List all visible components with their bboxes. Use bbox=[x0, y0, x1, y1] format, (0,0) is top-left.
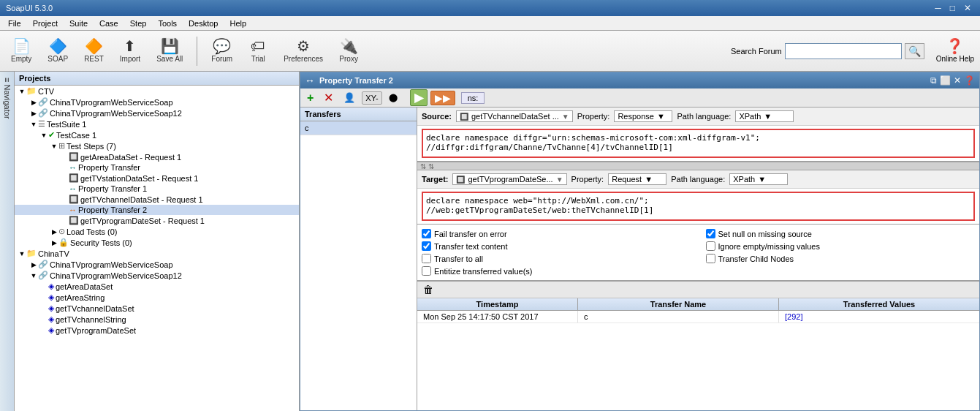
pt-copy-button[interactable]: 👤 bbox=[340, 90, 359, 105]
target-path-lang-label: Path language: bbox=[671, 175, 725, 184]
search-input[interactable] bbox=[785, 43, 902, 59]
cb-entitize[interactable] bbox=[422, 266, 431, 276]
tree-item-teststeps[interactable]: ▼ ⊞ Test Steps (7) bbox=[15, 140, 299, 151]
load-tests-expander[interactable]: ▶ bbox=[50, 228, 58, 235]
soap-button[interactable]: 🔷 SOAP bbox=[42, 37, 73, 65]
pt-help-button[interactable]: ❓ bbox=[964, 75, 975, 86]
testsuite1-expander[interactable]: ▼ bbox=[29, 121, 38, 128]
security-tests-expander[interactable]: ▶ bbox=[50, 239, 58, 246]
window-controls: ─ □ ✕ bbox=[932, 3, 974, 13]
ctv-expander[interactable]: ▼ bbox=[18, 88, 26, 95]
menu-help[interactable]: Help bbox=[224, 17, 251, 30]
pt-add-button[interactable]: + bbox=[303, 89, 317, 107]
tree-item-prop-transfer[interactable]: ↔ Property Transfer bbox=[15, 162, 299, 173]
chinatv-soap-expander[interactable]: ▶ bbox=[29, 99, 38, 106]
chinatv2-expander[interactable]: ▼ bbox=[18, 250, 26, 257]
tree-item-testsuite1[interactable]: ▼ ☰ TestSuite 1 bbox=[15, 118, 299, 129]
rest-button[interactable]: 🔶 REST bbox=[79, 37, 109, 65]
transfer-item-c[interactable]: c bbox=[300, 121, 417, 135]
cb-set-null[interactable] bbox=[706, 229, 715, 238]
source-path-value: XPath bbox=[739, 112, 761, 121]
minimize-button[interactable]: ─ bbox=[932, 3, 944, 13]
navigator-tab[interactable]: ≡ Navigator bbox=[0, 72, 15, 411]
tree-item-getareadataset[interactable]: ◈ getAreaDataSet bbox=[15, 281, 299, 292]
tree-item-gettvprogramdateset[interactable]: ◈ getTVprogramDateSet bbox=[15, 325, 299, 336]
cb-transfer-child[interactable] bbox=[706, 254, 715, 263]
menu-case[interactable]: Case bbox=[94, 17, 124, 30]
tree-item-chinatv2-soap12[interactable]: ▼ 🔗 ChinaTVprogramWebServiceSoap12 bbox=[15, 270, 299, 281]
tree-item-chinatv2[interactable]: ▼ 📁 ChinaTV bbox=[15, 248, 299, 259]
target-property-select[interactable]: Request ▼ bbox=[608, 173, 666, 185]
proxy-button[interactable]: 🔌 Proxy bbox=[334, 37, 363, 65]
tree-item-gettvprogram-req1[interactable]: 🔲 getTVprogramDateSet - Request 1 bbox=[15, 215, 299, 226]
preferences-button[interactable]: ⚙ Preferences bbox=[278, 37, 328, 65]
pt-stop-button[interactable]: ▶▶ bbox=[430, 91, 455, 105]
source-select[interactable]: 🔲 getTVchannelDataSet ... ▼ bbox=[456, 110, 573, 122]
pt-title-text: Property Transfer 2 bbox=[319, 76, 393, 85]
tree-item-getchannel-req1[interactable]: 🔲 getTVchannelDataSet - Request 1 bbox=[15, 194, 299, 205]
empty-button[interactable]: 📄 Empty bbox=[6, 37, 37, 65]
tree-item-getarea-req1[interactable]: 🔲 getAreaDataSet - Request 1 bbox=[15, 151, 299, 162]
source-dropdown-arrow: ▼ bbox=[562, 113, 569, 121]
tree-item-security-tests[interactable]: ▶ 🔒 Security Tests (0) bbox=[15, 237, 299, 248]
tree-item-getareastring[interactable]: ◈ getAreaString bbox=[15, 292, 299, 303]
search-label: Search Forum bbox=[731, 47, 782, 56]
chinatv2-soap12-expander[interactable]: ▼ bbox=[29, 272, 38, 279]
getarea-icon: 🔲 bbox=[69, 152, 79, 162]
log-clear-button[interactable]: 🗑 bbox=[420, 283, 436, 296]
cb-transfer-to-all[interactable] bbox=[422, 254, 431, 263]
source-code-area[interactable]: declare namespace diffgr="urn:schemas-mi… bbox=[422, 129, 975, 158]
target-select[interactable]: 🔲 getTVprogramDateSe... ▼ bbox=[452, 173, 566, 185]
teststeps-expander[interactable]: ▼ bbox=[50, 143, 58, 150]
tree-item-chinatv-soap[interactable]: ▶ 🔗 ChinaTVprogramWebServiceSoap bbox=[15, 97, 299, 108]
menu-desktop[interactable]: Desktop bbox=[183, 17, 223, 30]
cb-fail-transfer[interactable] bbox=[422, 229, 431, 238]
menu-step[interactable]: Step bbox=[125, 17, 152, 30]
pt-close-button[interactable]: ✕ bbox=[954, 75, 961, 86]
source-path-select[interactable]: XPath ▼ bbox=[735, 110, 794, 122]
config-panel: Source: 🔲 getTVchannelDataSet ... ▼ Prop… bbox=[417, 108, 979, 410]
tree-item-prop-transfer2[interactable]: ↔ Property Transfer 2 bbox=[15, 205, 299, 215]
tree-item-load-tests[interactable]: ▶ ⊙ Load Tests (0) bbox=[15, 226, 299, 237]
online-help-button[interactable]: ❓ Online Help bbox=[936, 39, 974, 63]
search-button[interactable]: 🔍 bbox=[905, 43, 924, 59]
pt-run-button[interactable]: ▶ bbox=[410, 89, 428, 106]
log-cell-values-0[interactable]: [292] bbox=[779, 311, 979, 323]
menu-project[interactable]: Project bbox=[28, 17, 63, 30]
cb-transfer-text[interactable] bbox=[422, 241, 431, 251]
cb-ignore-empty[interactable] bbox=[706, 241, 715, 251]
tree-item-testcase1[interactable]: ▼ ✔ TestCase 1 bbox=[15, 129, 299, 140]
tree-item-chinatv2-soap[interactable]: ▶ 🔗 ChinaTVprogramWebServiceSoap bbox=[15, 259, 299, 270]
target-code-area[interactable]: declare namespace web="http://WebXml.com… bbox=[422, 192, 975, 221]
source-property-select[interactable]: Response ▼ bbox=[614, 110, 672, 122]
pt-xy-button[interactable]: XY- bbox=[362, 91, 381, 105]
pt-restore-button[interactable]: ⧉ bbox=[930, 75, 937, 86]
tree-item-chinatv-soap12[interactable]: ▶ 🔗 ChinaTVprogramWebServiceSoap12 bbox=[15, 108, 299, 118]
tree-item-gettv-req1[interactable]: 🔲 getTVstationDataSet - Request 1 bbox=[15, 173, 299, 184]
source-section: Source: 🔲 getTVchannelDataSet ... ▼ Prop… bbox=[417, 108, 979, 162]
import-button[interactable]: ⬆ Import bbox=[115, 37, 145, 65]
menu-suite[interactable]: Suite bbox=[64, 17, 93, 30]
save-all-button[interactable]: 💾 Save All bbox=[151, 37, 188, 65]
pt-float-button[interactable]: ⬜ bbox=[940, 75, 951, 86]
chinatv-soap-label: ChinaTVprogramWebServiceSoap bbox=[50, 98, 173, 107]
target-path-select[interactable]: XPath ▼ bbox=[729, 173, 788, 185]
menu-file[interactable]: File bbox=[3, 17, 26, 30]
testcase1-expander[interactable]: ▼ bbox=[39, 132, 48, 139]
getareastring-icon: ◈ bbox=[48, 293, 54, 302]
chinatv-soap12-expander[interactable]: ▶ bbox=[29, 110, 38, 117]
trial-button[interactable]: 🏷 Trial bbox=[243, 37, 273, 65]
pt-active-button[interactable]: ⬤ bbox=[385, 91, 401, 105]
maximize-button[interactable]: □ bbox=[947, 3, 958, 13]
tree-item-ctv[interactable]: ▼ 📁 CTV bbox=[15, 86, 299, 97]
pt-remove-button[interactable]: ✕ bbox=[320, 88, 337, 107]
tree-item-prop-transfer1[interactable]: ↔ Property Transfer 1 bbox=[15, 184, 299, 194]
tree-item-gettvchannelstring[interactable]: ◈ getTVchannelString bbox=[15, 314, 299, 325]
forum-button[interactable]: 💬 Forum bbox=[206, 37, 238, 65]
cb-row-fail-transfer: Fail transfer on error bbox=[422, 229, 691, 238]
tree-item-gettvchanneldataset[interactable]: ◈ getTVchannelDataSet bbox=[15, 303, 299, 314]
target-dropdown-arrow: ▼ bbox=[556, 176, 563, 184]
close-button[interactable]: ✕ bbox=[961, 3, 974, 13]
menu-tools[interactable]: Tools bbox=[153, 17, 182, 30]
chinatv2-soap-expander[interactable]: ▶ bbox=[29, 261, 38, 268]
